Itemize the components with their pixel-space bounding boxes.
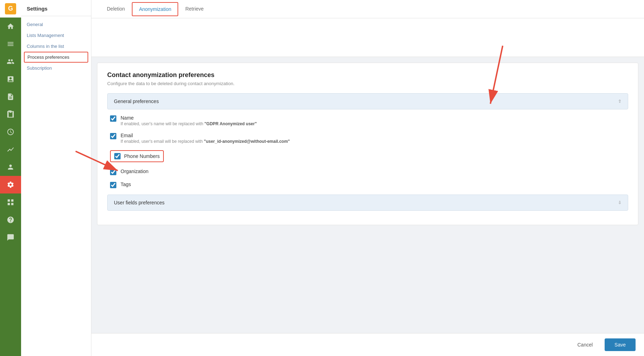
chevron-down-icon: ⇩ — [618, 200, 622, 205]
sidebar-icon-home[interactable] — [0, 18, 21, 35]
sidebar-icon-chat[interactable] — [0, 229, 21, 246]
sidebar-icon-menu[interactable] — [0, 35, 21, 53]
nav-item-general[interactable]: General — [21, 19, 91, 30]
nav-item-process-preferences[interactable]: Process preferences — [24, 52, 88, 63]
user-fields-header[interactable]: User fields preferences ⇩ — [107, 195, 628, 211]
sidebar-icon-chart[interactable] — [0, 141, 21, 158]
section-subtitle: Configure the data to be deleted during … — [107, 81, 628, 86]
sidebar-icon-users[interactable] — [0, 53, 21, 70]
sidebar-icon-grid[interactable] — [0, 193, 21, 211]
icon-sidebar: G — [0, 0, 21, 356]
checkbox-item-tags: Tags — [107, 182, 628, 188]
general-preferences-label: General preferences — [114, 98, 159, 104]
checkbox-email-label: Email — [121, 133, 290, 138]
nav-item-subscription[interactable]: Subscription — [21, 63, 91, 74]
sidebar-icon-orders[interactable] — [0, 70, 21, 88]
checkbox-tags[interactable] — [110, 182, 116, 188]
content-area: Contact anonymization preferences Config… — [91, 18, 644, 333]
checkbox-name-label: Name — [121, 115, 257, 121]
checkbox-item-email: Email If enabled, user's email will be r… — [107, 133, 628, 144]
main-content: Deletion Anonymization Retrieve Contact … — [91, 0, 644, 356]
nav-item-columns[interactable]: Columns in the list — [21, 41, 91, 52]
sidebar-icon-book[interactable] — [0, 106, 21, 123]
checkbox-name-desc: If enabled, user's name will be replaced… — [121, 121, 257, 126]
preferences-section: Contact anonymization preferences Config… — [97, 63, 638, 225]
tab-retrieve[interactable]: Retrieve — [178, 1, 211, 17]
checkbox-phone[interactable] — [114, 153, 121, 159]
chevron-up-icon: ⇧ — [618, 99, 622, 104]
checkbox-org-label: Organization — [121, 169, 148, 174]
top-section — [91, 18, 644, 57]
general-preferences-header[interactable]: General preferences ⇧ — [107, 93, 628, 109]
checkbox-item-phone-wrapper: Phone Numbers — [107, 150, 628, 162]
bottom-bar: Cancel Save — [91, 333, 644, 356]
tab-deletion[interactable]: Deletion — [100, 1, 132, 17]
tab-anonymization[interactable]: Anonymization — [132, 2, 178, 16]
user-fields-label: User fields preferences — [114, 200, 165, 205]
cancel-button[interactable]: Cancel — [569, 338, 600, 351]
checkbox-phone-label: Phone Numbers — [124, 153, 160, 159]
settings-sidebar: Settings General Lists Management Column… — [21, 0, 91, 356]
checkbox-email-desc: If enabled, user's email will be replace… — [121, 139, 290, 144]
checkbox-item-name: Name If enabled, user's name will be rep… — [107, 115, 628, 126]
logo-shield: G — [5, 3, 16, 14]
checkbox-org[interactable] — [110, 169, 116, 175]
sidebar-icon-settings[interactable] — [0, 176, 21, 193]
nav-item-lists-management[interactable]: Lists Management — [21, 30, 91, 41]
section-title: Contact anonymization preferences — [107, 71, 628, 79]
checkbox-name[interactable] — [110, 115, 116, 122]
sidebar-icon-clock[interactable] — [0, 123, 21, 141]
checkbox-tags-label: Tags — [121, 182, 131, 187]
sidebar-icon-reports[interactable] — [0, 88, 21, 106]
tabs-bar: Deletion Anonymization Retrieve — [91, 0, 644, 18]
sidebar-icon-help[interactable] — [0, 211, 21, 229]
settings-title: Settings — [21, 6, 91, 16]
sidebar-icon-team[interactable] — [0, 158, 21, 176]
checkbox-email[interactable] — [110, 133, 116, 139]
checkbox-item-phone: Phone Numbers — [110, 150, 164, 162]
save-button[interactable]: Save — [605, 338, 636, 351]
checkbox-item-org: Organization — [107, 169, 628, 175]
app-logo: G — [0, 0, 21, 18]
